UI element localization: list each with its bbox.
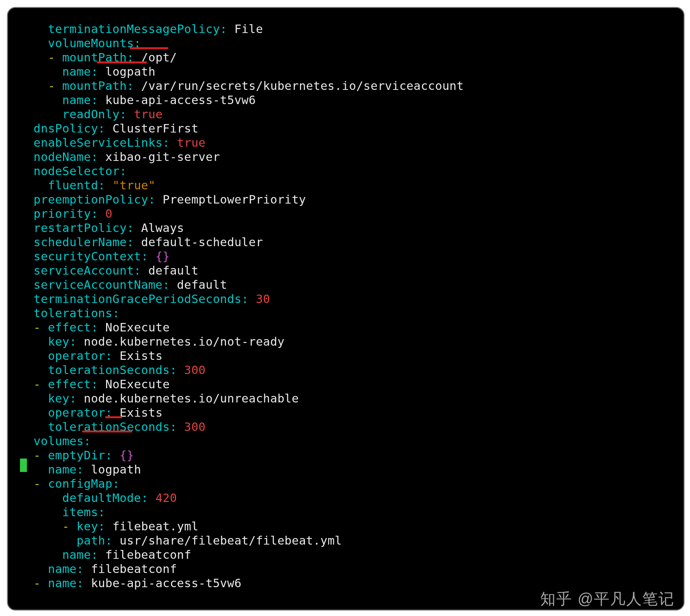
key-tol0-tolSec: tolerationSeconds xyxy=(48,363,170,377)
val-enableServiceLinks: true xyxy=(177,136,206,149)
val-tol0-operator: Exists xyxy=(119,349,163,363)
key-volumes: volumes xyxy=(33,434,84,448)
val-terminationMessagePolicy: File xyxy=(234,22,263,36)
val-tol0-effect: NoExecute xyxy=(105,321,170,334)
val-vol0-emptyDir: {} xyxy=(119,449,134,462)
key-fluentd: fluentd xyxy=(48,179,98,192)
val-tol0-tolSec: 300 xyxy=(184,363,206,377)
key-cm-item0-path: path xyxy=(76,534,105,547)
watermark-text: 知乎 @平凡人笔记 xyxy=(540,592,675,606)
underline-logpath-1 xyxy=(97,61,147,63)
val-tol1-tolSec: 300 xyxy=(184,420,206,434)
val-restartPolicy: Always xyxy=(141,221,184,235)
val-fluentd: "true" xyxy=(113,179,156,192)
val-cm-item0-path: usr/share/filebeat/filebeat.yml xyxy=(119,534,342,547)
key-vol2-name: name xyxy=(48,576,77,590)
key-enableServiceLinks: enableServiceLinks xyxy=(33,136,163,149)
val-dnsPolicy: ClusterFirst xyxy=(113,122,199,135)
key-preemptionPolicy: preemptionPolicy xyxy=(33,193,148,206)
key-nodeName: nodeName xyxy=(33,150,91,164)
key-vol1-name: name xyxy=(48,562,77,576)
key-vol0-name: name xyxy=(48,463,77,476)
terminal-window: terminationMessagePolicy: File volumeMou… xyxy=(7,7,685,611)
key-vmname-0: name xyxy=(62,65,91,78)
val-cm-item0-key: filebeat.yml xyxy=(113,520,199,533)
val-vmname-1: kube-api-access-t5vw6 xyxy=(105,93,256,107)
val-vol2-name: kube-api-access-t5vw6 xyxy=(91,576,242,590)
val-readOnly: true xyxy=(134,108,163,121)
val-tol1-effect: NoExecute xyxy=(105,378,170,391)
val-vmname-0: logpath xyxy=(105,65,156,78)
key-vol1-configMap: configMap xyxy=(48,477,113,490)
underline-mountpath-opt xyxy=(130,47,168,49)
val-tol0-key: node.kubernetes.io/not-ready xyxy=(84,335,285,348)
val-priority: 0 xyxy=(105,207,113,220)
underline-logpath-2 xyxy=(82,431,132,432)
val-cm-defaultMode: 420 xyxy=(156,491,177,505)
key-nodeSelector: nodeSelector xyxy=(33,164,119,178)
terminal-cursor-icon xyxy=(20,459,27,472)
val-vol1-name: filebeatconf xyxy=(91,562,177,576)
key-priority: priority xyxy=(33,207,91,220)
val-nodeName: xibao-git-server xyxy=(105,150,220,164)
key-tol1-operator: operator xyxy=(48,406,105,419)
key-cm-item0-key: key xyxy=(76,520,98,533)
val-securityContext: {} xyxy=(156,250,170,263)
key-vmname-1: name xyxy=(62,93,91,107)
val-mountPath-1: /var/run/secrets/kubernetes.io/serviceac… xyxy=(141,79,464,93)
underline-emptydir-braces xyxy=(105,416,122,418)
key-readOnly: readOnly xyxy=(62,108,119,121)
key-serviceAccountName: serviceAccountName xyxy=(33,278,163,291)
key-cm-defaultMode: defaultMode xyxy=(62,491,141,505)
val-tol1-key: node.kubernetes.io/unreachable xyxy=(84,392,299,405)
val-serviceAccountName: default xyxy=(177,278,227,291)
key-terminationGracePeriodSeconds: terminationGracePeriodSeconds xyxy=(33,292,241,306)
val-preemptionPolicy: PreemptLowerPriority xyxy=(163,193,306,206)
key-tol1-key: key xyxy=(48,392,70,405)
key-tolerations: tolerations xyxy=(33,306,112,320)
key-tol0-effect: effect xyxy=(48,321,91,334)
val-vol0-name: logpath xyxy=(91,463,141,476)
key-tol0-operator: operator xyxy=(48,349,105,363)
key-tol1-effect: effect xyxy=(48,378,91,391)
key-serviceAccount: serviceAccount xyxy=(33,264,134,277)
key-cm-items: items xyxy=(62,505,98,519)
key-vol0-emptyDir: emptyDir xyxy=(48,449,105,462)
key-securityContext: securityContext xyxy=(33,250,141,263)
val-terminationGracePeriodSeconds: 30 xyxy=(256,292,270,306)
key-volumeMounts: volumeMounts xyxy=(48,36,134,50)
val-cm-name: filebeatconf xyxy=(105,548,191,561)
key-dnsPolicy: dnsPolicy xyxy=(33,122,98,135)
yaml-code-block[interactable]: terminationMessagePolicy: File volumeMou… xyxy=(19,8,676,590)
key-mountPath-1: mountPath xyxy=(62,79,127,93)
key-restartPolicy: restartPolicy xyxy=(33,221,127,235)
key-cm-name: name xyxy=(62,548,91,561)
key-tol0-key: key xyxy=(48,335,70,348)
val-serviceAccount: default xyxy=(148,264,199,277)
val-schedulerName: default-scheduler xyxy=(141,235,263,249)
val-tol1-operator: Exists xyxy=(119,406,163,419)
key-schedulerName: schedulerName xyxy=(33,235,127,249)
key-terminationMessagePolicy: terminationMessagePolicy xyxy=(48,22,220,36)
